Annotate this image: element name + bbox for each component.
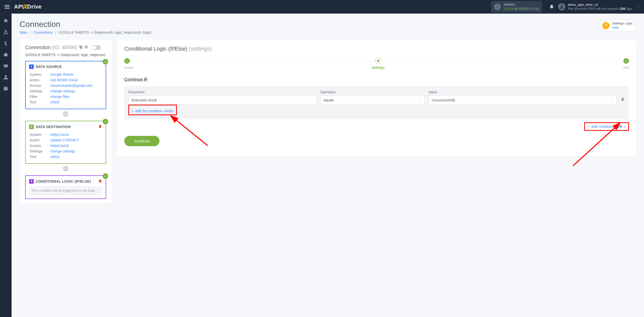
sidebar-sitemap-icon[interactable]	[3, 29, 8, 35]
check-icon	[103, 119, 108, 124]
connection-id: (ID: 48996)	[52, 45, 77, 50]
actions-of: of	[514, 7, 517, 11]
col-value-label: Value	[428, 90, 617, 94]
avatar-icon	[558, 3, 565, 10]
panel-subtitle: (settings)	[189, 46, 212, 52]
breadcrumb-current: GOOGLE SHEETS -> (helpcrunch, logic, hel…	[59, 30, 151, 34]
chevron-down-icon: ⌵	[420, 98, 422, 102]
connection-label: Connection	[25, 45, 51, 50]
sidebar-dollar-icon[interactable]	[3, 41, 8, 47]
dest-test-link[interactable]: check	[50, 155, 60, 159]
dest-access-link[interactable]: HelpCrunch	[50, 144, 69, 148]
connection-path: GOOGLE SHEETS -> (helpcrunch, logic, hel…	[25, 53, 106, 57]
operation-select[interactable]: equals ⌵	[320, 96, 425, 105]
hamburger-icon[interactable]	[4, 4, 10, 10]
user-name: demo_apix_drive_s3	[568, 3, 632, 7]
condition-block: Parameter Execution result ⌵ Operation e…	[124, 86, 629, 119]
help-badge[interactable]: ? Settings Logic Help	[606, 20, 636, 32]
data-destination-box: 2 DATA DESTINATION SystemHelpCrunch Acti…	[25, 121, 106, 164]
logo[interactable]: API X Drive	[14, 3, 42, 11]
step-number: 3	[29, 179, 34, 184]
dest-action-link[interactable]: Update CONTACT	[50, 138, 79, 142]
user-menu[interactable]: demo_apix_drive_s3 Plan |Premium PRO| le…	[558, 3, 632, 11]
info-icon: i	[494, 4, 501, 10]
settings-card: Conditional Logic (If/Else) (settings) A…	[117, 40, 636, 156]
add-or-condition-button[interactable]: + Add condition «OR»	[585, 123, 628, 130]
delete-step-icon[interactable]	[98, 124, 102, 129]
actions-used: 22'114	[504, 7, 513, 11]
connection-card: Connection (ID: 48996) GOOGLE SHEETS -> …	[20, 40, 112, 204]
continue-button[interactable]: Continue	[124, 136, 159, 146]
actions-total: 100'000	[518, 7, 530, 11]
left-sidebar	[0, 14, 12, 210]
plan-info: Plan |Premium PRO| left until payment 23…	[568, 7, 632, 11]
bell-icon[interactable]	[547, 4, 556, 10]
chevron-down-icon: ⌵	[612, 98, 614, 102]
add-and-condition-button[interactable]: + Add the condition «And»	[129, 107, 176, 114]
step-title: DATA DESTINATION	[36, 125, 71, 129]
logo-api: API	[14, 4, 24, 10]
delete-step-icon[interactable]	[98, 179, 102, 184]
help-title: Settings Logic	[612, 21, 633, 26]
stepper-test[interactable]: Test	[623, 58, 629, 69]
check-icon	[103, 59, 108, 64]
parameter-select[interactable]: Execution result ⌵	[128, 96, 317, 105]
sidebar-help-icon[interactable]	[3, 86, 8, 92]
value-select[interactable]: Unsuccessfully ⌵	[428, 96, 617, 105]
dest-settings-link[interactable]: change settings	[50, 149, 75, 153]
sidebar-home-icon[interactable]	[3, 18, 8, 24]
delete-condition-icon[interactable]	[620, 97, 625, 105]
gear-icon[interactable]	[84, 45, 88, 50]
data-source-box: 1 DATA SOURCE SystemGoogle Sheets Action…	[25, 61, 106, 109]
logo-drive: Drive	[27, 4, 42, 10]
help-link[interactable]: Help	[612, 26, 633, 30]
breadcrumb-connections[interactable]: Connections	[33, 30, 53, 34]
actions-pct: (22%)	[530, 7, 539, 11]
source-test-link[interactable]: check	[50, 100, 60, 104]
conditional-logic-box: 3 CONDITIONAL LOGIC (IF/ELSE) This condi…	[25, 175, 106, 199]
stepper-action[interactable]: Action	[124, 58, 133, 69]
col-parameter-label: Parameter	[128, 90, 317, 94]
panel-title: Conditional Logic (If/Else)	[124, 46, 187, 52]
enable-toggle[interactable]	[91, 45, 101, 50]
source-system-link[interactable]: Google Sheets	[50, 72, 74, 76]
add-step-button[interactable]: +	[63, 166, 68, 171]
annotation-arrow-and	[165, 115, 210, 148]
sidebar-youtube-icon[interactable]	[3, 63, 8, 69]
source-action-link[interactable]: Get ROWS (new)	[50, 78, 78, 82]
step-number: 1	[29, 64, 34, 69]
add-step-button[interactable]: +	[63, 111, 68, 117]
step-title: DATA SOURCE	[36, 65, 62, 69]
check-icon	[103, 173, 108, 179]
logic-note: This condition will be triggered if in t…	[29, 186, 102, 195]
section-continue-if: Continue IF	[124, 77, 629, 82]
page-title: Connection	[20, 20, 151, 29]
sidebar-briefcase-icon[interactable]	[3, 52, 8, 58]
logo-x: X	[23, 3, 28, 11]
col-operation-label: Operation	[320, 90, 425, 94]
plus-icon: +	[587, 125, 589, 129]
step-title: CONDITIONAL LOGIC (IF/ELSE)	[36, 179, 91, 183]
dest-system-link[interactable]: HelpCrunch	[50, 133, 69, 137]
plus-icon: +	[132, 109, 134, 113]
step-number: 2	[29, 125, 34, 129]
copy-icon[interactable]	[79, 45, 83, 50]
breadcrumb: Main / Connections / GOOGLE SHEETS -> (h…	[20, 30, 151, 34]
progress-stepper: Action Settings Test	[124, 58, 629, 69]
actions-label: Actions:	[504, 3, 539, 7]
stepper-settings[interactable]: Settings	[372, 58, 385, 69]
breadcrumb-main[interactable]: Main	[20, 30, 27, 34]
top-header: API X Drive i Actions: 22'114 of 100'000…	[0, 0, 644, 14]
help-question-icon: ?	[602, 22, 610, 29]
svg-line-1	[573, 127, 616, 166]
actions-counter[interactable]: i Actions: 22'114 of 100'000 (22%)	[491, 1, 542, 13]
chevron-down-icon: ⌵	[311, 98, 313, 102]
source-settings-link[interactable]: change settings	[50, 89, 75, 93]
sidebar-user-icon[interactable]	[3, 75, 8, 81]
chevron-down-icon[interactable]	[636, 5, 640, 9]
source-filter-link[interactable]: change filter	[50, 95, 69, 99]
source-access-link[interactable]: maverickandrii@gmail.com	[50, 84, 93, 88]
